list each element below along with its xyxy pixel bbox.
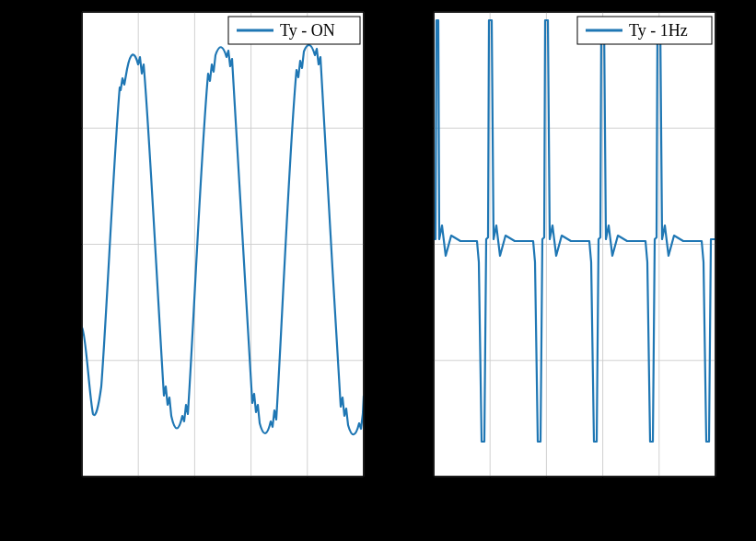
chart-figure: 0 1 2 3 4 5 -0.1 -0.05 0 0.05 0.1 Time [… bbox=[0, 0, 756, 541]
right-xtick-3: 3 bbox=[599, 484, 607, 502]
left-xlabel: Time [s] bbox=[191, 507, 256, 529]
left-xtick-3: 3 bbox=[247, 484, 255, 502]
left-ytick-2: 0 bbox=[64, 236, 73, 254]
right-xtick-5: 5 bbox=[712, 484, 720, 502]
right-ytick-3: 0.05 bbox=[396, 119, 425, 137]
right-xtick-4: 4 bbox=[655, 484, 663, 502]
right-ytick-4: 0.1 bbox=[404, 3, 425, 21]
left-legend: Ty - ON bbox=[228, 17, 360, 44]
left-legend-label: Ty - ON bbox=[280, 21, 335, 40]
right-panel: 0 1 2 3 4 5 -0.1 -0.05 0 0.05 0.1 Time [… bbox=[369, 3, 720, 529]
right-ylabel: Torque [Nm] bbox=[369, 193, 391, 294]
left-xtick-1: 1 bbox=[134, 484, 143, 502]
right-xtick-2: 2 bbox=[542, 484, 551, 502]
left-ytick-4: 0.1 bbox=[52, 3, 74, 21]
right-xtick-0: 0 bbox=[430, 484, 438, 502]
left-ytick-3: 0.05 bbox=[44, 119, 74, 137]
right-legend: Ty - 1Hz bbox=[577, 17, 712, 44]
right-ytick-1: -0.05 bbox=[390, 351, 425, 370]
left-ytick-0: -0.1 bbox=[47, 467, 74, 486]
left-ytick-1: -0.05 bbox=[39, 351, 74, 370]
right-xlabel: Time [s] bbox=[542, 507, 608, 529]
left-xtick-0: 0 bbox=[78, 484, 87, 502]
left-xtick-4: 4 bbox=[303, 484, 311, 502]
left-panel: 0 1 2 3 4 5 -0.1 -0.05 0 0.05 0.1 Time [… bbox=[5, 3, 368, 529]
right-legend-label: Ty - 1Hz bbox=[629, 21, 688, 40]
right-xtick-1: 1 bbox=[486, 484, 494, 502]
left-xtick-2: 2 bbox=[191, 484, 199, 502]
right-ytick-2: 0 bbox=[416, 236, 425, 254]
left-ylabel: Torque [Nm] bbox=[5, 193, 27, 294]
left-xtick-5: 5 bbox=[360, 484, 368, 502]
right-ytick-0: -0.1 bbox=[399, 467, 425, 486]
